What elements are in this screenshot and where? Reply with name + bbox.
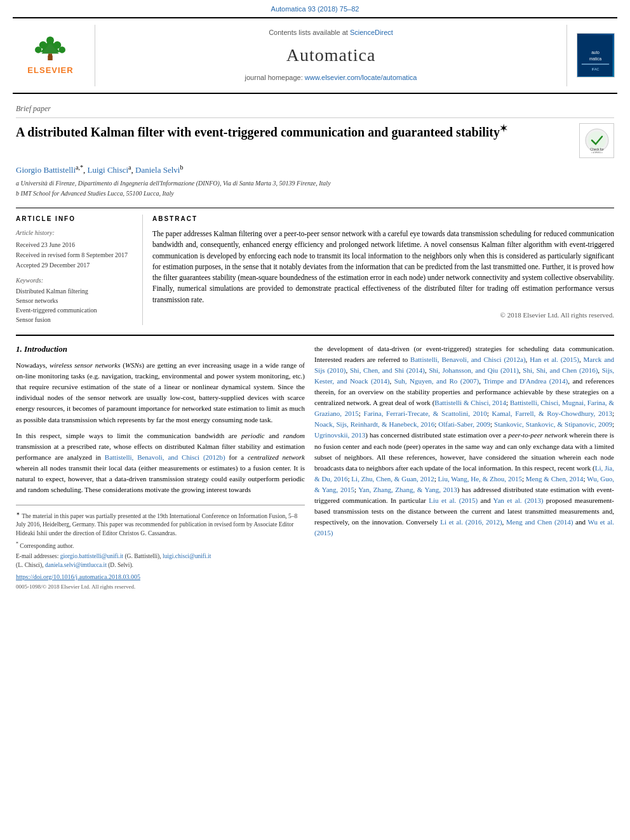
introduction-heading: 1. Introduction bbox=[16, 343, 305, 355]
doi-link[interactable]: https://doi.org/10.1016/j.automatica.201… bbox=[16, 573, 305, 582]
ref-han-2015[interactable]: Han et al. (2015) bbox=[530, 356, 579, 363]
keyword-2: Sensor networks bbox=[16, 297, 135, 305]
ref-shi-2011[interactable]: Shi, Johansson, and Qiu (2011) bbox=[429, 366, 518, 374]
abstract-heading: ABSTRACT bbox=[152, 215, 614, 223]
ref-farina-2010[interactable]: Farina, Ferrari-Trecate, & Scattolini, 2… bbox=[364, 410, 487, 417]
svg-point-3 bbox=[46, 37, 54, 44]
keyword-4: Sensor fusion bbox=[16, 316, 135, 324]
keyword-3: Event-triggered communication bbox=[16, 306, 135, 315]
wsn-term: wireless sensor networks bbox=[50, 361, 121, 369]
abstract-column: ABSTRACT The paper addresses Kalman filt… bbox=[152, 215, 614, 325]
revised-date: Received in revised form 8 September 201… bbox=[16, 251, 135, 260]
random-term: random bbox=[283, 432, 305, 439]
keywords-label: Keywords: bbox=[16, 276, 135, 285]
ref-suh-2007[interactable]: Suh, Nguyen, and Ro (2007) bbox=[394, 377, 479, 385]
ref-yan-2013b[interactable]: Yan et al. (2013) bbox=[493, 497, 544, 504]
ref-trimpe-2014[interactable]: Trimpe and D'Andrea (2014) bbox=[483, 377, 568, 385]
ref-stankovic-2009[interactable]: Stankovic, Stankovic, & Stipanovic, 2009 bbox=[494, 420, 612, 428]
journal-homepage-line: journal homepage: www.elsevier.com/locat… bbox=[245, 73, 417, 83]
article-title: A distributed Kalman filter with event-t… bbox=[16, 123, 570, 140]
abstract-text: The paper addresses Kalman filtering ove… bbox=[152, 229, 614, 305]
elsevier-brand-text: ELSEVIER bbox=[27, 65, 73, 76]
article-title-section: A distributed Kalman filter with event-t… bbox=[16, 123, 614, 158]
journal-reference: Automatica 93 (2018) 75–82 bbox=[0, 0, 630, 17]
article-info-abstract-section: ARTICLE INFO Article history: Received 2… bbox=[16, 208, 614, 325]
check-for-updates-badge: Check for updates bbox=[579, 123, 614, 158]
periodic-term: periodic bbox=[241, 432, 265, 439]
author-3-super: b bbox=[180, 164, 183, 171]
main-body-section: 1. Introduction Nowadays, wireless senso… bbox=[16, 335, 614, 590]
history-label: Article history: bbox=[16, 229, 135, 237]
body-right-column: the development of data-driven (or event… bbox=[314, 343, 614, 590]
footnote-emails: E-mail addresses: giorgio.battistelli@un… bbox=[16, 552, 305, 570]
keyword-1: Distributed Kalman filtering bbox=[16, 287, 135, 296]
ref-battistelli-2012b[interactable]: Battistelli, Benavoli, and Chisci (2012b… bbox=[105, 453, 225, 461]
ref-noack-2016[interactable]: Noack, Sijs, Reinhardt, & Hanebeck, 2016 bbox=[314, 420, 434, 428]
article-type-label: Brief paper bbox=[16, 103, 614, 118]
title-asterisk: ✶ bbox=[500, 124, 507, 133]
keywords-section: Keywords: Distributed Kalman filtering S… bbox=[16, 276, 135, 324]
svg-text:matica: matica bbox=[589, 57, 602, 61]
footnote-section: ✶ The material in this paper was partial… bbox=[16, 505, 305, 591]
author-1: Giorgio Battistelli bbox=[16, 165, 76, 175]
svg-text:updates: updates bbox=[591, 151, 603, 153]
article-info-heading: ARTICLE INFO bbox=[16, 215, 135, 223]
ref-meng-2014[interactable]: Meng & Chen, 2014 bbox=[526, 475, 584, 483]
ref-li-2012[interactable]: Li, Zhu, Chen, & Guan, 2012 bbox=[351, 475, 434, 483]
article-info-column: ARTICLE INFO Article history: Received 2… bbox=[16, 215, 143, 325]
email-2[interactable]: luigi.chisci@unifi.it bbox=[163, 553, 211, 559]
elsevier-tree-icon bbox=[31, 34, 69, 63]
email-label: E-mail addresses: bbox=[16, 553, 58, 559]
ref-kamal-2013[interactable]: Kamal, Farrell, & Roy-Chowdhury, 2013 bbox=[492, 410, 612, 417]
page: Automatica 93 (2018) 75–82 ELSEVIER bbox=[0, 0, 630, 840]
affiliation-2: b IMT School for Advanced Studies Lucca,… bbox=[16, 189, 614, 198]
ref-liu-2015b[interactable]: Liu et al. (2015) bbox=[429, 497, 478, 504]
ref-meng-chen-2014[interactable]: Meng and Chen (2014) bbox=[506, 518, 573, 526]
elsevier-logo: ELSEVIER bbox=[27, 34, 73, 76]
sciencedirect-link[interactable]: ScienceDirect bbox=[350, 29, 393, 36]
body-left-column: 1. Introduction Nowadays, wireless senso… bbox=[16, 343, 305, 590]
ref-ugrinovskii-2013[interactable]: Ugrinovskii, 2013 bbox=[314, 431, 365, 439]
svg-text:IFAC: IFAC bbox=[591, 67, 599, 71]
journal-title: Automatica bbox=[286, 43, 376, 67]
ref-liu-2015[interactable]: Liu, Wang, He, & Zhou, 2015 bbox=[438, 475, 522, 483]
elsevier-logo-area: ELSEVIER bbox=[13, 25, 95, 86]
homepage-url[interactable]: www.elsevier.com/locate/automatica bbox=[305, 74, 417, 81]
journal-center-info: Contents lists available at ScienceDirec… bbox=[95, 25, 566, 86]
right-paragraph-1: the development of data-driven (or event… bbox=[314, 343, 614, 538]
automatica-logo: auto matica IFAC bbox=[577, 33, 615, 77]
svg-rect-6 bbox=[48, 54, 52, 61]
affiliation-1: a Università di Firenze, Dipartimento di… bbox=[16, 179, 614, 188]
email-3[interactable]: daniela.selvi@imtlucca.it bbox=[45, 562, 107, 568]
svg-rect-10 bbox=[582, 63, 609, 64]
author-3: Daniela Selvi bbox=[135, 165, 180, 175]
ref-li-2016b[interactable]: Li et al. (2016, 2012) bbox=[440, 518, 502, 526]
footnote-corresponding: * Corresponding author. bbox=[16, 540, 305, 550]
svg-point-4 bbox=[35, 46, 42, 53]
centralized-term: centralized network bbox=[248, 453, 305, 461]
journal-header: ELSEVIER Contents lists available at Sci… bbox=[13, 17, 617, 94]
footnote-asterisk-note: ✶ The material in this paper was partial… bbox=[16, 510, 305, 538]
svg-text:auto: auto bbox=[591, 50, 600, 55]
issn-line: 0005-1098/© 2018 Elsevier Ltd. All right… bbox=[16, 583, 305, 591]
ref-olfati-2009[interactable]: Olfati-Saber, 2009 bbox=[438, 420, 490, 428]
article-body: Brief paper A distributed Kalman filter … bbox=[0, 94, 630, 601]
wsn-abbr: WSNs bbox=[125, 361, 142, 369]
author-2: Luigi Chisci bbox=[87, 165, 128, 175]
received-date: Received 23 June 2016 bbox=[16, 241, 135, 250]
contents-available-text: Contents lists available at ScienceDirec… bbox=[269, 28, 393, 37]
email-1[interactable]: giorgio.battistelli@unifi.it bbox=[60, 553, 123, 559]
ref-battistelli-2012a[interactable]: Battistelli, Benavoli, and Chisci (2012a… bbox=[410, 356, 526, 363]
journal-ref-text: Automatica 93 (2018) 75–82 bbox=[271, 5, 359, 13]
ref-shi-2016[interactable]: Shi, Shi, and Chen (2016) bbox=[523, 366, 598, 374]
intro-paragraph-1: Nowadays, wireless sensor networks (WSNs… bbox=[16, 360, 305, 425]
ref-battistelli-chisci-2014[interactable]: Battistelli & Chisci, 2014 bbox=[434, 399, 506, 406]
intro-paragraph-2: In this respect, simple ways to limit th… bbox=[16, 430, 305, 495]
ref-shi-2014[interactable]: Shi, Chen, and Shi (2014) bbox=[350, 366, 425, 374]
accepted-date: Accepted 29 December 2017 bbox=[16, 261, 135, 270]
author-1-super: a,* bbox=[76, 164, 83, 171]
ref-yan-2013[interactable]: Yan, Zhang, Zhang, & Yang, 2013 bbox=[358, 486, 457, 493]
svg-point-13 bbox=[588, 131, 606, 149]
copyright-line: © 2018 Elsevier Ltd. All rights reserved… bbox=[152, 310, 614, 320]
automatica-logo-icon: auto matica IFAC bbox=[578, 35, 613, 76]
